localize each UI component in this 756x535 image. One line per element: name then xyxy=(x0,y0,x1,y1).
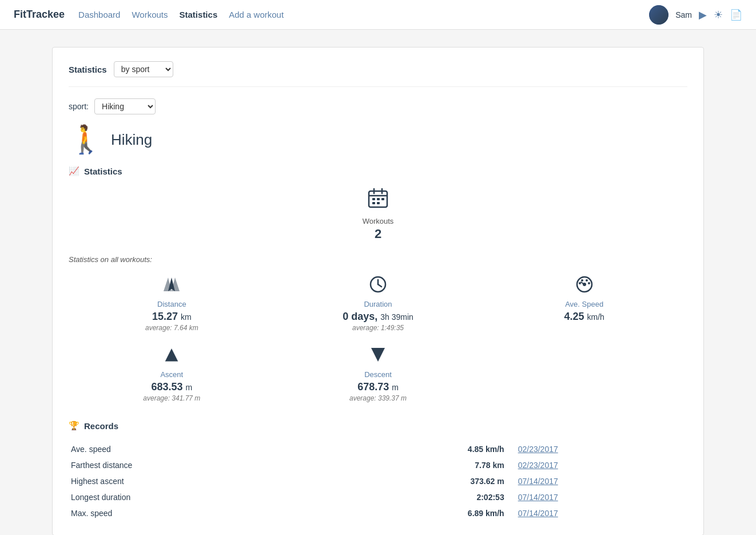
record-value: 373.62 m xyxy=(323,473,516,489)
nav-dashboard[interactable]: Dashboard xyxy=(78,7,120,22)
record-date[interactable]: 07/14/2017 xyxy=(516,505,687,521)
records-header: 🏆 Records xyxy=(69,421,687,431)
nav-add-workout[interactable]: Add a workout xyxy=(229,7,284,22)
distance-value: 15.27 km xyxy=(152,311,192,323)
brand-link[interactable]: FitTrackee xyxy=(14,9,65,21)
records-label: Records xyxy=(84,421,118,431)
svg-point-16 xyxy=(581,279,583,282)
record-label: Highest ascent xyxy=(69,473,323,489)
ascent-stat: Ascent 683.53 m average: 341.77 m xyxy=(69,346,275,402)
theme-icon[interactable]: ☀ xyxy=(714,9,723,21)
ave-speed-value: 4.25 km/h xyxy=(564,311,604,323)
username-label: Sam xyxy=(675,10,692,19)
ascent-average: average: 341.77 m xyxy=(143,394,200,402)
record-date[interactable]: 07/14/2017 xyxy=(516,473,687,489)
sport-select[interactable]: Hiking Running Cycling xyxy=(94,98,156,114)
record-row: Longest duration 2:02:53 07/14/2017 xyxy=(69,489,687,505)
nav-links: Dashboard Workouts Statistics Add a work… xyxy=(78,7,649,22)
descent-stat: Descent 678.73 m average: 339.37 m xyxy=(275,346,482,402)
navbar: FitTrackee Dashboard Workouts Statistics… xyxy=(0,0,756,30)
chart-icon: 📈 xyxy=(69,166,79,176)
avatar-image xyxy=(649,5,669,25)
nav-right: Sam ▶ ☀ 📄 xyxy=(649,5,742,25)
workouts-count: 2 xyxy=(375,227,381,241)
distance-average: average: 7.64 km xyxy=(145,324,198,332)
descent-label: Descent xyxy=(364,370,392,379)
sport-name: Hiking xyxy=(111,131,152,149)
main-content: Statistics by sport by time sport: Hikin… xyxy=(41,47,715,535)
duration-stat: Duration 0 days, 3h 39min average: 1:49:… xyxy=(275,275,482,332)
svg-rect-7 xyxy=(372,202,375,204)
svg-point-15 xyxy=(588,282,590,284)
stats-section-header: 📈 Statistics xyxy=(69,166,687,176)
statistics-title: Statistics xyxy=(69,65,107,74)
record-label: Longest duration xyxy=(69,489,323,505)
record-label: Max. speed xyxy=(69,505,323,521)
ave-speed-stat: Ave. Speed 4.25 km/h xyxy=(481,275,687,332)
record-row: Farthest distance 7.78 km 02/23/2017 xyxy=(69,457,687,473)
svg-marker-19 xyxy=(165,348,178,362)
record-date[interactable]: 02/23/2017 xyxy=(516,441,687,457)
record-date[interactable]: 02/23/2017 xyxy=(516,457,687,473)
svg-rect-8 xyxy=(377,202,380,204)
record-row: Ave. speed 4.85 km/h 02/23/2017 xyxy=(69,441,687,457)
record-value: 4.85 km/h xyxy=(323,441,516,457)
nav-statistics[interactable]: Statistics xyxy=(180,7,218,22)
hiking-figure-icon: 🚶 xyxy=(69,126,103,153)
nav-workouts[interactable]: Workouts xyxy=(132,7,168,22)
distance-stat: Distance 15.27 km average: 7.64 km xyxy=(69,275,275,332)
records-table: Ave. speed 4.85 km/h 02/23/2017 Farthest… xyxy=(69,441,687,521)
all-workouts-label: Statistics on all workouts: xyxy=(69,255,687,264)
record-value: 2:02:53 xyxy=(323,489,516,505)
trophy-icon: 🏆 xyxy=(69,421,79,431)
ascent-label: Ascent xyxy=(160,370,183,379)
workouts-label: Workouts xyxy=(363,217,394,225)
logout-icon[interactable]: ▶ xyxy=(699,9,707,21)
statistics-card: Statistics by sport by time sport: Hikin… xyxy=(52,47,704,535)
avatar xyxy=(649,5,669,25)
statistics-header: Statistics by sport by time xyxy=(69,61,687,87)
record-value: 6.89 km/h xyxy=(323,505,516,521)
stats-section-label: Statistics xyxy=(84,167,122,176)
svg-rect-6 xyxy=(381,198,384,200)
svg-rect-5 xyxy=(377,198,380,200)
road-icon xyxy=(162,275,181,298)
record-value: 7.78 km xyxy=(323,457,516,473)
records-section: 🏆 Records Ave. speed 4.85 km/h 02/23/201… xyxy=(69,421,687,521)
stats-grid: Distance 15.27 km average: 7.64 km Durat… xyxy=(69,275,687,402)
record-row: Max. speed 6.89 km/h 07/14/2017 xyxy=(69,505,687,521)
ave-speed-label: Ave. Speed xyxy=(565,300,603,308)
descent-average: average: 339.37 m xyxy=(349,394,407,402)
duration-value: 0 days, 3h 39min xyxy=(343,311,413,323)
record-row: Highest ascent 373.62 m 07/14/2017 xyxy=(69,473,687,489)
ascent-value: 683.53 m xyxy=(151,381,192,393)
mode-select[interactable]: by sport by time xyxy=(114,61,173,77)
clock-icon xyxy=(369,275,387,298)
svg-marker-21 xyxy=(371,348,385,362)
distance-label: Distance xyxy=(157,300,186,308)
duration-label: Duration xyxy=(364,300,392,308)
descent-icon xyxy=(369,346,387,368)
record-date[interactable]: 07/14/2017 xyxy=(516,489,687,505)
record-label: Farthest distance xyxy=(69,457,323,473)
svg-line-11 xyxy=(378,284,381,287)
language-icon[interactable]: 📄 xyxy=(730,9,742,21)
record-label: Ave. speed xyxy=(69,441,323,457)
svg-point-17 xyxy=(586,279,588,282)
ascent-icon xyxy=(162,346,181,368)
speedometer-icon xyxy=(575,275,594,298)
sport-label: sport: xyxy=(69,102,89,111)
calendar-icon xyxy=(367,187,389,215)
sport-title-row: 🚶 Hiking xyxy=(69,126,687,153)
duration-average: average: 1:49:35 xyxy=(352,324,404,332)
workouts-center: Workouts 2 xyxy=(69,187,687,241)
sport-row: sport: Hiking Running Cycling xyxy=(69,98,687,114)
svg-rect-4 xyxy=(372,198,375,200)
descent-value: 678.73 m xyxy=(357,381,399,393)
